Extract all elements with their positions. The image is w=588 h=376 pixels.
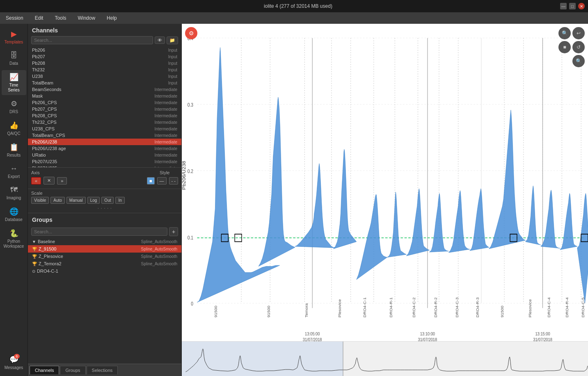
svg-text:91500: 91500	[500, 305, 504, 317]
channels-view-btn[interactable]: 👁	[155, 36, 165, 44]
sidebar-item-data[interactable]: 🗄 Data	[2, 49, 26, 68]
tab-selections[interactable]: Selections	[87, 366, 118, 374]
scale-visible-btn[interactable]: Visible	[31, 197, 49, 204]
menu-help[interactable]: Help	[104, 14, 119, 22]
tab-groups[interactable]: Groups	[60, 366, 85, 374]
scale-auto-btn[interactable]: Auto	[50, 197, 65, 204]
style-fill-btn[interactable]: ■	[147, 177, 155, 185]
sidebar-item-messages[interactable]: 💬 6 Messages	[2, 353, 26, 373]
zplesovice-icon: 🏆	[32, 254, 37, 259]
scale-out-btn[interactable]: Out	[101, 197, 114, 204]
axis-style-controls: Axis Style « ✕ » ■ — - -	[28, 168, 181, 189]
channel-row[interactable]: TotalBeam_CPSIntermediate	[28, 132, 181, 139]
group-row-zplesovice[interactable]: 🏆 Z_Plesovice Spline_AutoSmooth	[28, 253, 181, 260]
channel-row[interactable]: Pb207_CPSIntermediate	[28, 106, 181, 112]
close-button[interactable]: ✕	[578, 3, 585, 9]
scale-manual-btn[interactable]: Manual	[66, 197, 86, 204]
axis-prev-btn[interactable]: «	[31, 177, 41, 185]
sidebar-item-results[interactable]: 📋 Results	[2, 140, 26, 160]
group-row-z91500[interactable]: 🏆 Z_91500 Spline_AutoSmooth	[28, 245, 181, 253]
svg-text:DRO4-C-4: DRO4-C-4	[547, 297, 551, 317]
channel-row[interactable]: TotalBeamInput	[28, 80, 181, 86]
menu-tools[interactable]: Tools	[52, 14, 69, 22]
sidebar-item-templates[interactable]: ▶ Templates	[2, 27, 26, 47]
sidebar-item-python-workspace[interactable]: 🐍 Python Workspace	[2, 226, 26, 251]
menu-session[interactable]: Session	[3, 14, 26, 22]
axis-clear-btn[interactable]: ✕	[43, 177, 55, 185]
channel-row[interactable]: Pb207Input	[28, 53, 181, 60]
svg-text:DRO4-R-1: DRO4-R-1	[389, 297, 393, 317]
groups-add-btn[interactable]: +	[169, 227, 178, 236]
channel-row[interactable]: URatioIntermediate	[28, 152, 181, 158]
sidebar-label-drs: DRS	[9, 109, 18, 114]
menu-window[interactable]: Window	[75, 14, 98, 22]
style-label: Style	[160, 170, 178, 175]
sidebar-label-export: Export	[8, 174, 20, 179]
channel-row[interactable]: Pb207/U235Intermediate	[28, 158, 181, 165]
channel-row-selected[interactable]: Pb206/U238Intermediate	[28, 139, 181, 145]
sidebar-label-templates: Templates	[5, 40, 23, 45]
chart-zoom2-btn[interactable]: 🔍	[572, 55, 585, 67]
baseline-icon: ▼	[32, 239, 36, 244]
channel-row[interactable]: Pb206_CPSIntermediate	[28, 99, 181, 106]
channel-row[interactable]: Th232Input	[28, 66, 181, 73]
svg-text:31/07/2018: 31/07/2018	[303, 337, 322, 341]
channel-row[interactable]: Th232_CPSIntermediate	[28, 119, 181, 125]
channel-row[interactable]: Pb208Input	[28, 60, 181, 66]
sidebar-item-database[interactable]: 🌐 Database	[2, 205, 26, 225]
drs-icon: ⚙	[11, 99, 17, 108]
drag-handle: · · · · ·	[31, 205, 178, 211]
sidebar-label-database: Database	[5, 217, 23, 222]
chart-rect-btn[interactable]: ■	[558, 41, 571, 53]
chart-settings-btn[interactable]: ⚙	[185, 27, 197, 39]
style-dash-btn[interactable]: - -	[169, 177, 178, 185]
python-workspace-icon: 🐍	[9, 229, 18, 238]
menu-edit[interactable]: Edit	[32, 14, 46, 22]
svg-text:0.2: 0.2	[188, 169, 193, 174]
chart-overlay-tl: ⚙	[185, 27, 197, 39]
chart-zoom-btn[interactable]: 🔍	[558, 27, 571, 39]
svg-text:Pb206/U238: Pb206/U238	[182, 161, 186, 190]
channel-row[interactable]: Pb206Input	[28, 47, 181, 53]
svg-text:DRO4-C-3: DRO4-C-3	[455, 297, 459, 317]
sidebar-item-qa-qc[interactable]: 👍 QA/QC	[2, 118, 26, 139]
group-row-baseline[interactable]: ▼ Baseline Spline_AutoSmooth	[28, 238, 181, 245]
channel-row[interactable]: Pb208_CPSIntermediate	[28, 112, 181, 119]
main-chart[interactable]: ⚙ 🔍 ↩ ■ ↺ 🔍	[182, 24, 588, 341]
scale-in-btn[interactable]: In	[115, 197, 124, 204]
axis-label: Axis	[31, 170, 50, 175]
tab-channels[interactable]: Channels	[30, 366, 59, 374]
channels-search-input[interactable]	[31, 36, 153, 44]
groups-search-input[interactable]	[31, 228, 167, 236]
channel-row[interactable]: Pb207/U235 ageIntermediate	[28, 165, 181, 168]
scale-log-btn[interactable]: Log	[87, 197, 100, 204]
chart-refresh-btn[interactable]: ↺	[572, 41, 585, 53]
app-title: iolite 4 (277 of 32014 MB used)	[36, 3, 560, 9]
chart-undo-btn[interactable]: ↩	[572, 27, 585, 39]
channel-row[interactable]: MaskIntermediate	[28, 93, 181, 99]
sidebar-item-export[interactable]: ↔ Export	[2, 162, 26, 182]
channel-row[interactable]: U238Input	[28, 73, 181, 80]
maximize-button[interactable]: □	[569, 3, 576, 9]
sidebar-item-imaging[interactable]: 🗺 Imaging	[2, 183, 26, 203]
channel-row[interactable]: U238_CPSIntermediate	[28, 125, 181, 132]
database-icon: 🌐	[9, 207, 18, 216]
style-line-btn[interactable]: —	[157, 177, 167, 185]
channel-row[interactable]: BeamSecondsIntermediate	[28, 86, 181, 93]
sidebar-item-time-series[interactable]: 📈 Time Series	[2, 70, 26, 95]
results-icon: 📋	[9, 143, 18, 152]
svg-text:Plesovice: Plesovice	[338, 299, 342, 317]
sidebar: ▶ Templates 🗄 Data 📈 Time Series ⚙ DRS 👍…	[0, 24, 28, 376]
minimize-button[interactable]: —	[560, 3, 567, 9]
channels-folder-btn[interactable]: 📁	[167, 36, 178, 44]
axis-next-btn[interactable]: »	[57, 177, 67, 185]
group-row-ztemora2[interactable]: 🏆 Z_Temora2 Spline_AutoSmooth	[28, 260, 181, 267]
channel-row[interactable]: Pb206/U238 ageIntermediate	[28, 145, 181, 152]
svg-text:Temora: Temora	[304, 303, 309, 317]
svg-text:0.3: 0.3	[188, 102, 193, 107]
mini-chart[interactable]	[182, 341, 588, 376]
svg-text:13:15:00: 13:15:00	[535, 331, 550, 336]
mini-chart-svg	[182, 342, 588, 376]
sidebar-item-drs[interactable]: ⚙ DRS	[2, 97, 26, 117]
group-row-dro4c1[interactable]: ⊙ DRO4-C-1	[28, 267, 181, 275]
